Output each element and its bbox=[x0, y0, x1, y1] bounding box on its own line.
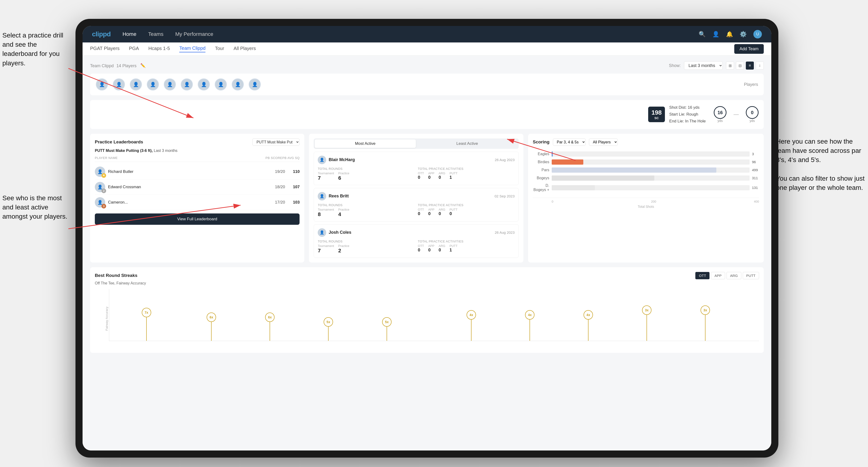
player-avatar-2[interactable]: 👤 bbox=[113, 78, 125, 91]
leaderboard-subtitle: PUTT Must Make Putting (3-6 ft), Last 3 … bbox=[95, 149, 300, 153]
streaks-putt-button[interactable]: PUTT bbox=[743, 272, 759, 279]
streak-dot-0: 7x bbox=[142, 308, 151, 341]
pac-stats-1: Total Rounds Tournament 7 Practice 6 bbox=[318, 167, 515, 181]
streak-line-8 bbox=[647, 315, 647, 341]
nav-performance[interactable]: My Performance bbox=[175, 31, 213, 37]
total-rounds-group-3: Total Rounds Tournament 7 Practice 2 bbox=[318, 240, 414, 254]
leaderboard-header: Practice Leaderboards PUTT Must Make Put… bbox=[95, 138, 300, 146]
team-title: Team Clippd 14 Players bbox=[90, 63, 136, 68]
player-avatar-10[interactable]: 👤 bbox=[249, 78, 261, 91]
annotation-right: Here you can see how the team have score… bbox=[776, 137, 866, 192]
rounds-sub-3: Tournament 7 Practice 2 bbox=[318, 244, 414, 254]
player-avatar-4[interactable]: 👤 bbox=[147, 78, 159, 91]
player-avatar-9[interactable]: 👤 bbox=[231, 78, 244, 91]
end-yardage: 0 bbox=[746, 106, 758, 119]
player-avatar-8[interactable]: 👤 bbox=[215, 78, 227, 91]
streak-dot-7: 4x bbox=[584, 310, 593, 341]
bell-icon[interactable]: 🔔 bbox=[726, 31, 733, 37]
nav-home[interactable]: Home bbox=[122, 31, 136, 37]
subnav-teamclippd[interactable]: Team Clippd bbox=[179, 45, 206, 52]
view-grid-small[interactable]: ⊞ bbox=[726, 62, 734, 69]
streak-dot-3: 5x bbox=[323, 317, 333, 341]
activity-player-2: 👤 Rees Britt 02 Sep 2023 Total Rounds To… bbox=[314, 188, 519, 221]
lb-player-row-3: 👤 3 Cameron... 17/20 103 bbox=[95, 195, 300, 210]
player-avatar-6[interactable]: 👤 bbox=[181, 78, 193, 91]
player-avatar-7[interactable]: 👤 bbox=[198, 78, 210, 91]
pac-name-1: Blair McHarg bbox=[329, 157, 355, 162]
view-sort[interactable]: ↕ bbox=[756, 62, 764, 69]
tournament-stat-2: Tournament 8 bbox=[318, 208, 334, 217]
edit-icon[interactable]: ✏️ bbox=[140, 63, 146, 68]
pac-avatar-1[interactable]: 👤 bbox=[318, 156, 326, 164]
streak-circle-1: 6x bbox=[207, 312, 216, 322]
streaks-app-button[interactable]: APP bbox=[711, 272, 725, 279]
putt-3: PUTT 1 bbox=[450, 244, 458, 253]
subnav-allplayers[interactable]: All Players bbox=[234, 46, 256, 52]
putt-2: PUTT 0 bbox=[450, 208, 458, 216]
activity-tabs: Most Active Least Active bbox=[314, 138, 519, 149]
show-period-select[interactable]: Last 3 months bbox=[684, 61, 723, 70]
least-active-tab[interactable]: Least Active bbox=[417, 139, 518, 148]
streak-circle-2: 6x bbox=[265, 312, 275, 322]
subnav-pgat[interactable]: PGAT Players bbox=[90, 46, 120, 52]
lb-table-header: PLAYER NAME PB SCORE PB AVG SQ bbox=[95, 156, 300, 162]
pac-header-2: 👤 Rees Britt 02 Sep 2023 bbox=[318, 192, 515, 200]
view-grid-large[interactable]: ⊟ bbox=[736, 62, 744, 69]
scoring-bar-chart: Eagles 3 Birdies 96 Pars 499 Bogeys 311 … bbox=[533, 150, 759, 197]
lb-silver-badge: 2 bbox=[101, 188, 106, 193]
bar-container-eagles bbox=[552, 151, 750, 157]
pac-date-2: 02 Sep 2023 bbox=[495, 194, 515, 198]
view-full-leaderboard-button[interactable]: View Full Leaderboard bbox=[95, 214, 300, 225]
lb-gold-badge: ★ bbox=[101, 173, 106, 178]
bar-row-bogeys: Bogeys 311 bbox=[533, 176, 759, 181]
streak-line-5 bbox=[471, 319, 471, 341]
total-rounds-label-2: Total Rounds bbox=[318, 203, 414, 207]
streak-circle-6: 4x bbox=[525, 310, 534, 319]
streak-circle-4: 5x bbox=[382, 317, 392, 326]
practice-stat-2: Practice 4 bbox=[338, 208, 349, 217]
streak-line-9 bbox=[705, 315, 706, 341]
view-list[interactable]: ≡ bbox=[746, 62, 754, 69]
streaks-arg-button[interactable]: ARG bbox=[726, 272, 741, 279]
practice-val-3: 2 bbox=[338, 248, 349, 254]
start-yardage: 16 bbox=[714, 106, 726, 119]
pac-avatar-2[interactable]: 👤 bbox=[318, 192, 326, 200]
players-label: Players bbox=[744, 82, 758, 87]
add-team-button[interactable]: Add Team bbox=[734, 44, 764, 54]
scoring-players-filter[interactable]: All Players bbox=[589, 138, 618, 146]
player-avatar-5[interactable]: 👤 bbox=[164, 78, 176, 91]
settings-icon[interactable]: ⚙️ bbox=[740, 31, 747, 37]
avatar[interactable]: U bbox=[753, 30, 762, 38]
person-icon[interactable]: 👤 bbox=[712, 31, 719, 37]
streak-circle-8: 3x bbox=[642, 305, 651, 315]
player-avatar-1[interactable]: 👤 bbox=[96, 78, 108, 91]
lb-rank-avatar-3: 👤 3 bbox=[95, 197, 105, 208]
streaks-ott-button[interactable]: OTT bbox=[695, 272, 710, 279]
practice-stat-3: Practice 2 bbox=[338, 244, 349, 254]
subnav-hcaps[interactable]: Hcaps 1-5 bbox=[148, 46, 170, 52]
most-active-tab[interactable]: Most Active bbox=[315, 139, 415, 148]
leaderboard-drill-select[interactable]: PUTT Must Make Putting ... bbox=[252, 138, 300, 146]
streak-circle-0: 7x bbox=[142, 308, 151, 317]
streak-dot-2: 6x bbox=[265, 312, 275, 341]
subnav-tour[interactable]: Tour bbox=[215, 46, 224, 52]
lb-avg-2: 107 bbox=[290, 185, 300, 189]
scoring-par-filter[interactable]: Par 3, 4 & 5s bbox=[553, 138, 586, 146]
subnav-pga[interactable]: PGA bbox=[129, 46, 139, 52]
view-icons: ⊞ ⊟ ≡ ↕ bbox=[726, 62, 764, 69]
pac-avatar-3[interactable]: 👤 bbox=[318, 228, 326, 237]
lb-score-3: 17/20 bbox=[275, 200, 285, 205]
search-icon[interactable]: 🔍 bbox=[699, 31, 706, 37]
y-axis-label: Fairway Accuracy bbox=[105, 307, 108, 331]
activities-grid-2: OTT 0 APP 0 ARG 0 bbox=[418, 208, 515, 216]
streak-circle-5: 4x bbox=[467, 310, 476, 319]
player-avatar-3[interactable]: 👤 bbox=[130, 78, 142, 91]
rounds-sub-1: Tournament 7 Practice 6 bbox=[318, 172, 414, 181]
practice-val-2: 4 bbox=[338, 211, 349, 217]
chart-xlabel: Total Shots bbox=[533, 205, 759, 209]
activities-label-2: Total Practice Activities bbox=[418, 203, 515, 207]
scoring-card: Scoring Par 3, 4 & 5s All Players Eagles… bbox=[528, 134, 764, 262]
bar-label-pars: Pars bbox=[533, 168, 549, 172]
nav-teams[interactable]: Teams bbox=[148, 31, 163, 37]
tablet-frame: clippd Home Teams My Performance 🔍 👤 🔔 ⚙… bbox=[75, 19, 778, 458]
